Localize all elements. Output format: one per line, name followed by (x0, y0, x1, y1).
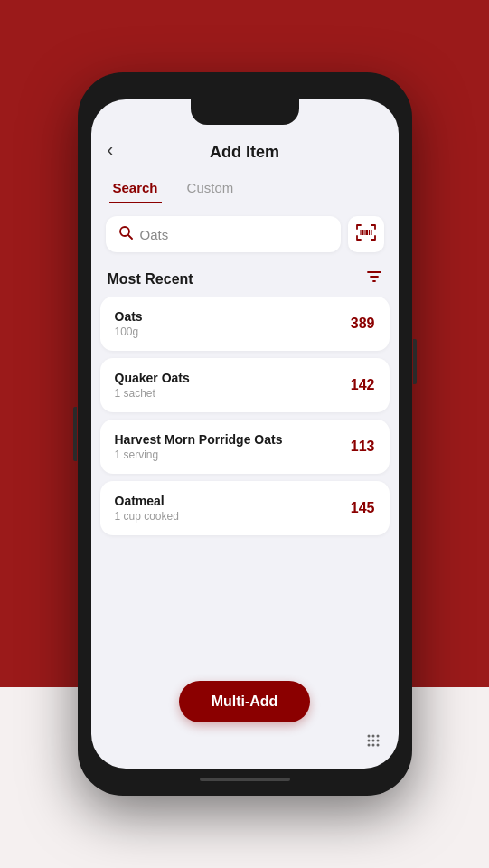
phone-screen: ‹ Add Item Search Custom Oats (91, 99, 399, 769)
barcode-icon (356, 224, 376, 245)
search-input[interactable]: Oats (140, 227, 169, 242)
svg-point-16 (376, 744, 379, 747)
header: ‹ Add Item (91, 128, 399, 169)
food-name-3: Oatmeal (115, 494, 179, 508)
tab-custom[interactable]: Custom (183, 173, 238, 203)
svg-point-9 (371, 735, 374, 738)
section-title: Most Recent (108, 271, 193, 288)
screen-content: ‹ Add Item Search Custom Oats (91, 99, 399, 769)
food-calories-2: 113 (351, 439, 375, 455)
grid-dots-icon (364, 731, 382, 754)
food-serving-3: 1 cup cooked (115, 510, 179, 523)
search-bar[interactable]: Oats (106, 216, 341, 252)
phone-home-bar (200, 778, 290, 781)
food-info-3: Oatmeal 1 cup cooked (115, 494, 179, 523)
svg-point-13 (376, 740, 379, 742)
page-title: Add Item (210, 143, 279, 162)
back-button[interactable]: ‹ (108, 138, 114, 159)
food-items-list: Oats 100g 389 Quaker Oats 1 sachet 142 H… (91, 297, 399, 670)
food-calories-3: 145 (351, 500, 375, 516)
svg-point-8 (367, 735, 370, 738)
svg-line-1 (128, 235, 132, 239)
grid-dots-area (91, 731, 399, 754)
food-calories-1: 142 (351, 377, 375, 393)
svg-point-10 (376, 735, 379, 738)
food-serving-1: 1 sachet (115, 387, 190, 400)
svg-point-15 (371, 744, 374, 747)
food-item-1[interactable]: Quaker Oats 1 sachet 142 (100, 358, 390, 412)
tab-search[interactable]: Search (109, 173, 162, 203)
filter-icon[interactable] (366, 269, 382, 289)
food-serving-0: 100g (115, 326, 143, 338)
food-item-0[interactable]: Oats 100g 389 (100, 297, 390, 351)
food-info-1: Quaker Oats 1 sachet (115, 371, 190, 400)
barcode-button[interactable] (348, 216, 384, 252)
food-name-0: Oats (115, 309, 143, 324)
multi-add-button[interactable]: Multi-Add (179, 681, 311, 722)
search-container: Oats (91, 203, 399, 259)
phone-frame: ‹ Add Item Search Custom Oats (78, 72, 412, 796)
food-name-1: Quaker Oats (115, 371, 190, 385)
food-serving-2: 1 serving (115, 448, 283, 461)
svg-point-14 (367, 744, 370, 747)
search-icon (118, 225, 133, 243)
food-info-0: Oats 100g (115, 309, 143, 338)
food-calories-0: 389 (351, 316, 375, 332)
tab-bar: Search Custom (91, 169, 399, 203)
food-item-2[interactable]: Harvest Morn Porridge Oats 1 serving 113 (100, 420, 390, 474)
food-item-3[interactable]: Oatmeal 1 cup cooked 145 (100, 481, 390, 535)
svg-point-12 (371, 740, 374, 742)
bottom-section: Multi-Add (91, 670, 399, 769)
food-info-2: Harvest Morn Porridge Oats 1 serving (115, 432, 283, 461)
phone-notch (191, 99, 299, 125)
svg-point-11 (367, 740, 370, 742)
section-header: Most Recent (91, 259, 399, 297)
food-name-2: Harvest Morn Porridge Oats (115, 432, 283, 447)
